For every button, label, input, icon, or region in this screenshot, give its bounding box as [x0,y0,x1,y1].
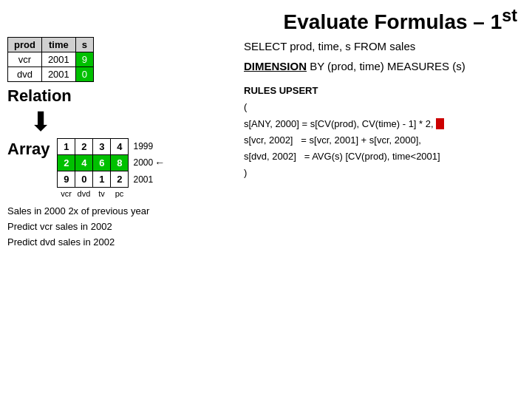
array-cell-green: 8 [111,155,129,171]
array-cell-green: 2 [58,155,75,171]
col-header-prod: prod [8,38,42,52]
table-row: vcr 2001 9 [8,52,94,67]
year-label-2001: 2001 [133,174,153,185]
rules-line-2: s[vcr, 2002] = s[vcr, 2001] + s[vcr, 200… [244,132,525,149]
array-cell: 3 [93,139,111,155]
rules-close-paren: ) [244,165,525,181]
col-label-vcr: vcr [57,189,75,198]
array-cell: 9 [58,171,75,188]
relation-table: prod time s vcr 2001 9 dvd 2001 0 [7,37,229,82]
sales-line-1: Sales in 2000 2x of previous year [7,204,229,219]
cell-prod-2: dvd [8,67,42,82]
dimension-text: DIMENSION BY (prod, time) MEASURES (s) [244,60,525,72]
sales-description: Sales in 2000 2x of previous year Predic… [7,204,229,250]
rules-line-1: s[ANY, 2000] = s[CV(prod), CV(time) - 1]… [244,116,525,132]
right-panel: SELECT prod, time, s FROM sales DIMENSIO… [244,37,525,250]
array-cell-green: 6 [93,155,111,171]
left-panel: prod time s vcr 2001 9 dvd 2001 0 [7,37,229,250]
arrow-down-icon: ⬇ [30,109,229,135]
cell-s-2: 0 [75,67,93,82]
rules-title: RULES UPSERT [244,83,525,99]
select-query: SELECT prod, time, s FROM sales [244,40,525,52]
page-title: Evaluate Formulas – 1st [284,6,517,34]
highlight-red [436,118,444,129]
sales-line-3: Predict dvd sales in 2002 [7,235,229,250]
rules-section: RULES UPSERT ( s[ANY, 2000] = s[CV(prod)… [244,83,525,181]
header: Evaluate Formulas – 1st [0,0,532,37]
sales-line-2: Predict vcr sales in 2002 [7,219,229,235]
table-row: dvd 2001 0 [8,67,94,82]
rules-open-paren: ( [244,99,525,115]
cell-time-1: 2001 [41,52,75,67]
col-label-pc: pc [110,189,128,198]
array-cell: 2 [111,171,129,188]
array-cell: 2 [75,139,93,155]
title-text: Evaluate Formulas – 1 [284,10,502,33]
array-cell: 1 [58,139,75,155]
year-label-2000: 2000 [133,157,153,168]
relation-label: Relation [7,86,229,106]
col-header-s: s [75,38,93,52]
rules-line-3: s[dvd, 2002] = AVG(s) [CV(prod), time<20… [244,149,525,165]
array-label: Array [7,140,50,159]
array-cell: 0 [75,171,93,188]
array-cell: 1 [93,171,111,188]
array-cell: 4 [111,139,129,155]
col-label-tv: tv [92,189,110,198]
arrow-right-icon: ← [154,157,165,168]
array-section: Array 1 2 3 4 2 4 6 [7,138,229,198]
array-grid-container: 1 2 3 4 2 4 6 8 9 0 [57,138,129,198]
col-label-dvd: dvd [75,189,92,198]
dimension-keyword: DIMENSION [244,60,307,72]
array-cell-green: 4 [75,155,93,171]
cell-time-2: 2001 [41,67,75,82]
main-content: prod time s vcr 2001 9 dvd 2001 0 [0,37,532,250]
col-header-time: time [41,38,75,52]
cell-s-1: 9 [75,52,93,67]
cell-prod-1: vcr [8,52,42,67]
year-label-1999: 1999 [133,141,153,151]
title-superscript: st [502,6,517,25]
